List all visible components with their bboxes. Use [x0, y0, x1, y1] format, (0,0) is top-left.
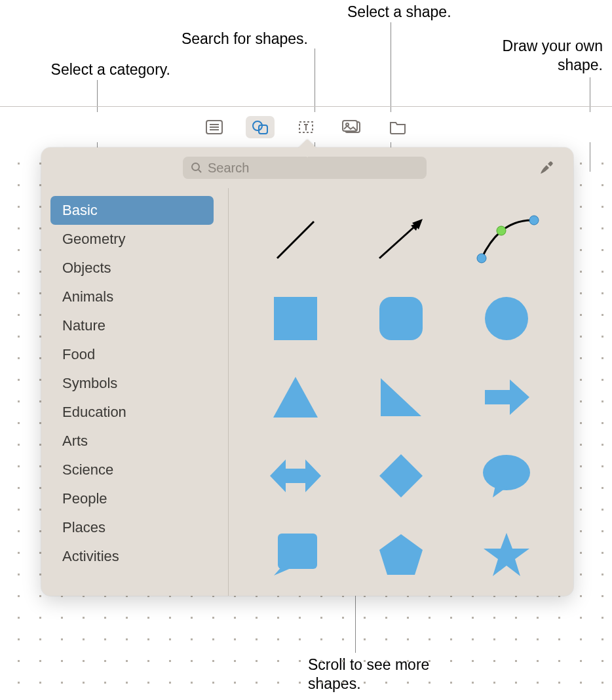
- svg-point-9: [192, 163, 199, 170]
- toolbar-list-icon[interactable]: [200, 116, 229, 138]
- toolbar: [0, 112, 612, 142]
- svg-point-17: [529, 216, 539, 225]
- shapes-popover: Search Basic Geometry Objects Animals Na…: [41, 147, 573, 596]
- svg-point-20: [485, 297, 528, 340]
- svg-marker-23: [485, 379, 529, 415]
- callout-search: Search for shapes.: [151, 29, 308, 49]
- shape-right-triangle[interactable]: [355, 360, 448, 435]
- svg-line-12: [379, 223, 419, 258]
- svg-rect-19: [379, 297, 423, 340]
- category-education[interactable]: Education: [50, 398, 214, 427]
- category-basic[interactable]: Basic: [50, 196, 214, 225]
- svg-marker-25: [379, 454, 423, 497]
- shape-curve[interactable]: [460, 203, 552, 277]
- shape-star[interactable]: [460, 517, 552, 592]
- pen-icon: [539, 160, 554, 176]
- category-objects[interactable]: Objects: [50, 254, 214, 282]
- toolbar-image-icon[interactable]: [337, 116, 366, 138]
- svg-point-26: [483, 455, 530, 490]
- shape-arrow-double[interactable]: [250, 438, 342, 513]
- svg-marker-30: [379, 534, 423, 575]
- shape-arrow-right[interactable]: [460, 360, 552, 435]
- svg-point-15: [477, 254, 486, 263]
- category-arts[interactable]: Arts: [50, 427, 214, 456]
- toolbar-folder-icon[interactable]: [383, 116, 412, 138]
- category-animals[interactable]: Animals: [50, 282, 214, 311]
- search-placeholder: Search: [208, 161, 249, 176]
- shape-arrow-line[interactable]: [355, 203, 448, 277]
- category-nature[interactable]: Nature: [50, 311, 214, 340]
- shapes-grid[interactable]: [229, 188, 573, 596]
- category-geometry[interactable]: Geometry: [50, 225, 214, 254]
- category-people[interactable]: People: [50, 484, 214, 513]
- toolbar-textbox-icon[interactable]: [292, 116, 320, 138]
- search-input[interactable]: Search: [183, 157, 427, 179]
- shape-rounded-square[interactable]: [355, 281, 448, 356]
- shape-line[interactable]: [250, 203, 342, 277]
- svg-marker-31: [484, 533, 529, 576]
- callout-select-shape: Select a shape.: [347, 3, 478, 22]
- shape-triangle[interactable]: [250, 360, 342, 435]
- callout-category: Select a category.: [26, 60, 170, 79]
- toolbar-shapes-icon[interactable]: [246, 116, 275, 138]
- svg-line-10: [199, 170, 201, 172]
- shape-pentagon[interactable]: [355, 517, 448, 592]
- svg-marker-22: [381, 378, 421, 416]
- svg-line-11: [277, 222, 314, 258]
- shape-square[interactable]: [250, 281, 342, 356]
- search-icon: [191, 162, 202, 174]
- callout-draw: Draw your own shape.: [472, 37, 603, 75]
- category-science[interactable]: Science: [50, 456, 214, 484]
- svg-rect-28: [278, 534, 317, 569]
- shape-callout-square[interactable]: [250, 517, 342, 592]
- svg-marker-24: [270, 459, 321, 492]
- category-food[interactable]: Food: [50, 340, 214, 369]
- shape-circle[interactable]: [460, 281, 552, 356]
- shape-speech-bubble[interactable]: [460, 438, 552, 513]
- category-places[interactable]: Places: [50, 513, 214, 542]
- category-activities[interactable]: Activities: [50, 542, 214, 571]
- category-sidebar: Basic Geometry Objects Animals Nature Fo…: [41, 188, 229, 596]
- svg-rect-18: [274, 297, 317, 340]
- svg-point-16: [497, 226, 506, 235]
- svg-marker-21: [273, 377, 318, 418]
- shape-diamond[interactable]: [355, 438, 448, 513]
- category-symbols[interactable]: Symbols: [50, 369, 214, 398]
- draw-shape-button[interactable]: [535, 157, 558, 179]
